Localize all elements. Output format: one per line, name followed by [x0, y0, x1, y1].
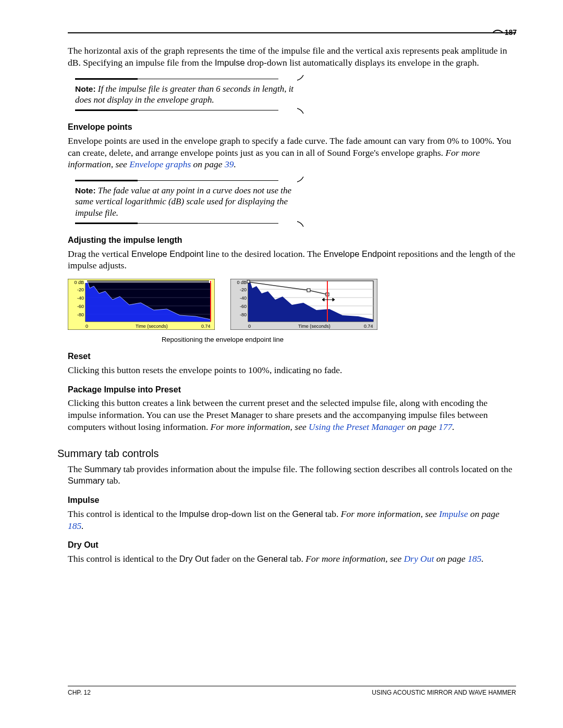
heading-dry-out: Dry Out: [68, 540, 516, 551]
content-area: The horizontal axis of the graph represe…: [68, 45, 516, 565]
svg-rect-25: [307, 289, 310, 292]
link-impulse[interactable]: Impulse: [439, 509, 468, 519]
svg-text:0 dB: 0 dB: [74, 280, 84, 285]
svg-text:-20: -20: [77, 287, 84, 292]
reset-paragraph: Clicking this button resets the envelope…: [68, 364, 516, 376]
link-dry-out[interactable]: Dry Out: [404, 553, 434, 564]
page-footer: CHP. 12 USING ACOUSTIC MIRROR AND WAVE H…: [68, 686, 516, 696]
footer-title: USING ACOUSTIC MIRROR AND WAVE HAMMER: [372, 689, 516, 696]
figure-row: 0 dB-20-40 -60-80 0Time (seconds)0.74: [68, 279, 516, 332]
svg-text:-40: -40: [240, 295, 247, 301]
heading-adjusting-impulse: Adjusting the impulse length: [68, 235, 516, 246]
heading-summary-tab: Summary tab controls: [57, 447, 516, 460]
svg-text:-80: -80: [240, 312, 247, 317]
package-paragraph: Clicking this button creates a link betw…: [68, 397, 516, 433]
summary-paragraph: The Summary tab provides information abo…: [68, 463, 516, 487]
footer-chapter: CHP. 12: [68, 689, 91, 696]
figure-caption: Repositioning the envelope endpoint line: [68, 336, 377, 343]
heading-impulse: Impulse: [68, 495, 516, 506]
svg-text:0: 0: [85, 324, 88, 329]
impulse-paragraph: This control is identical to the Impulse…: [68, 508, 516, 532]
page: 187 The horizontal axis of the graph rep…: [0, 0, 563, 728]
link-page-177[interactable]: 177: [438, 422, 452, 432]
svg-text:0: 0: [248, 324, 251, 329]
svg-text:-80: -80: [77, 312, 84, 317]
link-preset-manager[interactable]: Using the Preset Manager: [309, 422, 405, 432]
note-box-1: Note: If the impulse file is greater tha…: [75, 76, 299, 113]
heading-reset: Reset: [68, 351, 516, 362]
link-page-185b[interactable]: 185: [468, 553, 481, 564]
heading-package-impulse: Package Impulse into Preset: [68, 385, 516, 396]
svg-text:-40: -40: [77, 295, 84, 301]
link-page-185a[interactable]: 185: [68, 521, 81, 531]
adjusting-paragraph: Drag the vertical Envelope Endpoint line…: [68, 248, 516, 272]
svg-text:Time (seconds): Time (seconds): [136, 324, 168, 329]
svg-text:0 dB: 0 dB: [237, 280, 247, 285]
envelope-graph-after: 0 dB-20-40 -60-80 0Time (seconds)0.74: [230, 279, 377, 332]
page-number: 187: [505, 28, 517, 36]
top-rule: [68, 32, 516, 33]
svg-text:Time (seconds): Time (seconds): [298, 324, 331, 329]
note-box-2: Note: The fade value at any point in a c…: [75, 178, 299, 226]
dryout-paragraph: This control is identical to the Dry Out…: [68, 553, 516, 565]
svg-rect-24: [247, 280, 250, 283]
svg-text:0.74: 0.74: [364, 324, 373, 329]
svg-text:0.74: 0.74: [201, 324, 211, 329]
svg-text:-60: -60: [240, 304, 247, 309]
svg-rect-7: [84, 280, 87, 283]
svg-text:-60: -60: [77, 304, 84, 309]
envelope-graph-before: 0 dB-20-40 -60-80 0Time (seconds)0.74: [68, 279, 215, 332]
intro-paragraph: The horizontal axis of the graph represe…: [68, 45, 516, 69]
link-envelope-graphs[interactable]: Envelope graphs: [129, 159, 191, 169]
envelope-points-paragraph: Envelope points are used in the envelope…: [68, 135, 516, 170]
svg-text:-20: -20: [240, 287, 247, 292]
link-page-39[interactable]: 39: [225, 159, 234, 169]
page-corner: 187: [492, 27, 518, 38]
heading-envelope-points: Envelope points: [68, 122, 516, 133]
